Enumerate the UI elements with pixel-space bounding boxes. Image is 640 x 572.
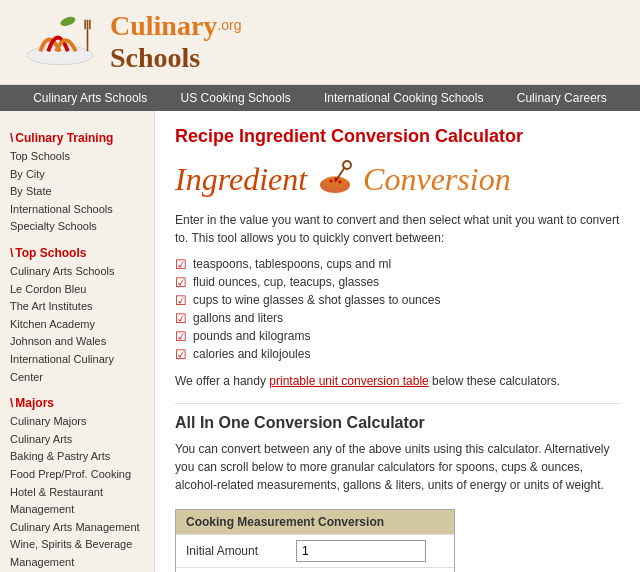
sidebar-link[interactable]: Kitchen Academy	[10, 316, 144, 334]
sidebar-link[interactable]: By City	[10, 166, 144, 184]
sidebar-section-top-schools: Top Schools Culinary Arts Schools Le Cor…	[10, 246, 144, 386]
sidebar-link[interactable]: Hotel & Restaurant Management	[10, 484, 144, 519]
sidebar-link[interactable]: Wine, Spirits & Beverage Management	[10, 536, 144, 571]
checkbox-icon: ☑	[175, 329, 187, 344]
conversion-calculator: Cooking Measurement Conversion Initial A…	[175, 509, 455, 572]
page-title: Recipe Ingredient Conversion Calculator	[175, 126, 620, 147]
sidebar-link[interactable]: Culinary Arts Management	[10, 519, 144, 537]
sidebar: Culinary Training Top Schools By City By…	[0, 111, 155, 572]
initial-amount-label: Initial Amount	[186, 544, 296, 558]
feature-item: ☑ cups to wine glasses & shot glasses to…	[175, 293, 620, 308]
feature-label: cups to wine glasses & shot glasses to o…	[193, 293, 440, 307]
nav-us-cooking[interactable]: US Cooking Schools	[181, 91, 291, 105]
printable-note: We offer a handy printable unit conversi…	[175, 374, 620, 388]
svg-point-11	[339, 181, 342, 184]
feature-item: ☑ gallons and liters	[175, 311, 620, 326]
sidebar-title-top-schools: Top Schools	[10, 246, 144, 260]
logo-org: .org	[217, 17, 241, 33]
nav-careers[interactable]: Culinary Careers	[517, 91, 607, 105]
banner-ingredient: Ingredient	[175, 161, 307, 198]
checkbox-icon: ☑	[175, 257, 187, 272]
sidebar-link[interactable]: Johnson and Wales	[10, 333, 144, 351]
all-in-one-title: All In One Conversion Calculator	[175, 403, 620, 432]
nav-international[interactable]: International Cooking Schools	[324, 91, 483, 105]
calculator-title: Cooking Measurement Conversion	[176, 510, 454, 534]
logo-culinary: Culinary	[110, 10, 217, 41]
feature-item: ☑ teaspoons, tablespoons, cups and ml	[175, 257, 620, 272]
feature-item: ☑ calories and kilojoules	[175, 347, 620, 362]
sidebar-link[interactable]: Top Schools	[10, 148, 144, 166]
sidebar-link[interactable]: Baking & Pastry Arts	[10, 448, 144, 466]
feature-label: fluid ounces, cup, teacups, glasses	[193, 275, 379, 289]
feature-label: teaspoons, tablespoons, cups and ml	[193, 257, 391, 271]
feature-item: ☑ pounds and kilograms	[175, 329, 620, 344]
feature-item: ☑ fluid ounces, cup, teacups, glasses	[175, 275, 620, 290]
intro-text: Enter in the value you want to convert a…	[175, 211, 620, 247]
sidebar-link[interactable]: By State	[10, 183, 144, 201]
sidebar-link[interactable]: Food Prep/Prof. Cooking	[10, 466, 144, 484]
sidebar-link[interactable]: Culinary Arts	[10, 431, 144, 449]
checkbox-icon: ☑	[175, 275, 187, 290]
sidebar-title-culinary-training: Culinary Training	[10, 131, 144, 145]
initial-amount-input[interactable]	[296, 540, 426, 562]
convert-from-row: Convert From cup to ml tsp to tbsp tbsp …	[176, 567, 454, 572]
alt-text: You can convert between any of the above…	[175, 440, 620, 494]
feature-label: calories and kilojoules	[193, 347, 310, 361]
ingredient-banner: Ingredient Conversion	[175, 157, 620, 201]
logo-schools: Schools	[110, 42, 200, 73]
logo-svg	[20, 12, 100, 67]
spoon-bowl-icon	[315, 157, 355, 201]
feature-label: pounds and kilograms	[193, 329, 310, 343]
feature-list: ☑ teaspoons, tablespoons, cups and ml ☑ …	[175, 257, 620, 362]
svg-point-4	[59, 15, 76, 28]
svg-point-9	[330, 180, 333, 183]
sidebar-link[interactable]: Le Cordon Bleu	[10, 281, 144, 299]
sidebar-link[interactable]: The Art Institutes	[10, 298, 144, 316]
main-layout: Culinary Training Top Schools By City By…	[0, 111, 640, 572]
sidebar-link[interactable]: Culinary Arts Schools	[10, 263, 144, 281]
svg-point-8	[343, 161, 351, 169]
content-area: Recipe Ingredient Conversion Calculator …	[155, 111, 640, 572]
logo-plate	[20, 12, 100, 72]
navbar: Culinary Arts Schools US Cooking Schools…	[0, 85, 640, 111]
printable-link[interactable]: printable unit conversion table	[269, 374, 428, 388]
banner-conversion: Conversion	[363, 161, 511, 198]
svg-point-10	[335, 178, 338, 181]
sidebar-section-majors: Majors Culinary Majors Culinary Arts Bak…	[10, 396, 144, 571]
nav-culinary-arts[interactable]: Culinary Arts Schools	[33, 91, 147, 105]
feature-label: gallons and liters	[193, 311, 283, 325]
sidebar-link[interactable]: Culinary Majors	[10, 413, 144, 431]
sidebar-link[interactable]: Specialty Schools	[10, 218, 144, 236]
checkbox-icon: ☑	[175, 311, 187, 326]
header: Culinary.org Schools	[0, 0, 640, 85]
sidebar-section-culinary-training: Culinary Training Top Schools By City By…	[10, 131, 144, 236]
logo-text: Culinary.org Schools	[110, 10, 241, 74]
sidebar-title-majors: Majors	[10, 396, 144, 410]
sidebar-link[interactable]: International Culinary Center	[10, 351, 144, 386]
sidebar-link[interactable]: International Schools	[10, 201, 144, 219]
initial-amount-row: Initial Amount	[176, 534, 454, 567]
checkbox-icon: ☑	[175, 347, 187, 362]
checkbox-icon: ☑	[175, 293, 187, 308]
